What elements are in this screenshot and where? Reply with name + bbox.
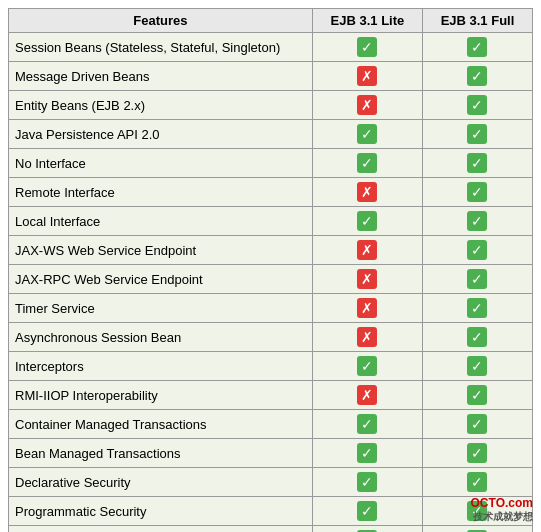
check-yes-icon: ✓ — [467, 182, 487, 202]
table-row: Java Persistence API 2.0✓✓ — [9, 120, 533, 149]
feature-cell: Remote Interface — [9, 178, 313, 207]
lite-check-cell: ✓ — [312, 497, 422, 526]
feature-cell: Programmatic Security — [9, 497, 313, 526]
full-check-cell: ✓ — [422, 91, 532, 120]
lite-check-cell: ✓ — [312, 468, 422, 497]
table-row: RMI-IIOP Interoperability✗✓ — [9, 381, 533, 410]
check-no-icon: ✗ — [357, 240, 377, 260]
check-yes-icon: ✓ — [357, 443, 377, 463]
full-check-cell: ✓ — [422, 468, 532, 497]
lite-check-cell: ✓ — [312, 120, 422, 149]
lite-column-header: EJB 3.1 Lite — [312, 9, 422, 33]
check-yes-icon: ✓ — [357, 153, 377, 173]
check-yes-icon: ✓ — [467, 472, 487, 492]
full-check-cell: ✓ — [422, 352, 532, 381]
check-no-icon: ✗ — [357, 182, 377, 202]
table-row: Message Driven Beans✗✓ — [9, 62, 533, 91]
feature-comparison-table: Features EJB 3.1 Lite EJB 3.1 Full Sessi… — [8, 8, 533, 532]
check-yes-icon: ✓ — [467, 443, 487, 463]
check-no-icon: ✗ — [357, 385, 377, 405]
table-row: JAX-WS Web Service Endpoint✗✓ — [9, 236, 533, 265]
feature-cell: Timer Service — [9, 294, 313, 323]
lite-check-cell: ✗ — [312, 294, 422, 323]
feature-cell: Interceptors — [9, 352, 313, 381]
check-yes-icon: ✓ — [467, 66, 487, 86]
feature-cell: Bean Managed Transactions — [9, 439, 313, 468]
check-yes-icon: ✓ — [357, 414, 377, 434]
lite-check-cell: ✗ — [312, 236, 422, 265]
table-row: Timer Service✗✓ — [9, 294, 533, 323]
check-yes-icon: ✓ — [357, 472, 377, 492]
check-yes-icon: ✓ — [467, 327, 487, 347]
full-check-cell: ✓ — [422, 62, 532, 91]
table-row: Embeddable API✓✓ — [9, 526, 533, 533]
lite-check-cell: ✓ — [312, 410, 422, 439]
feature-cell: Session Beans (Stateless, Stateful, Sing… — [9, 33, 313, 62]
full-check-cell: ✓ — [422, 178, 532, 207]
full-check-cell: ✓ — [422, 149, 532, 178]
check-no-icon: ✗ — [357, 66, 377, 86]
table-row: Asynchronous Session Bean✗✓ — [9, 323, 533, 352]
table-row: JAX-RPC Web Service Endpoint✗✓ — [9, 265, 533, 294]
full-check-cell: ✓ — [422, 120, 532, 149]
feature-cell: Java Persistence API 2.0 — [9, 120, 313, 149]
feature-cell: Local Interface — [9, 207, 313, 236]
check-yes-icon: ✓ — [357, 37, 377, 57]
check-yes-icon: ✓ — [357, 211, 377, 231]
watermark-site: OCTO.com — [471, 496, 533, 510]
feature-cell: Embeddable API — [9, 526, 313, 533]
table-row: Local Interface✓✓ — [9, 207, 533, 236]
lite-check-cell: ✗ — [312, 91, 422, 120]
feature-cell: JAX-WS Web Service Endpoint — [9, 236, 313, 265]
table-row: Session Beans (Stateless, Stateful, Sing… — [9, 33, 533, 62]
check-no-icon: ✗ — [357, 269, 377, 289]
check-yes-icon: ✓ — [467, 153, 487, 173]
lite-check-cell: ✓ — [312, 526, 422, 533]
table-row: Entity Beans (EJB 2.x)✗✓ — [9, 91, 533, 120]
check-no-icon: ✗ — [357, 327, 377, 347]
table-row: Container Managed Transactions✓✓ — [9, 410, 533, 439]
full-column-header: EJB 3.1 Full — [422, 9, 532, 33]
check-yes-icon: ✓ — [357, 356, 377, 376]
lite-check-cell: ✓ — [312, 352, 422, 381]
lite-check-cell: ✓ — [312, 207, 422, 236]
lite-check-cell: ✓ — [312, 439, 422, 468]
full-check-cell: ✓ — [422, 236, 532, 265]
feature-cell: Container Managed Transactions — [9, 410, 313, 439]
table-header-row: Features EJB 3.1 Lite EJB 3.1 Full — [9, 9, 533, 33]
full-check-cell: ✓ — [422, 439, 532, 468]
full-check-cell: ✓ — [422, 207, 532, 236]
comparison-table-wrapper: Features EJB 3.1 Lite EJB 3.1 Full Sessi… — [0, 0, 541, 532]
table-row: Interceptors✓✓ — [9, 352, 533, 381]
feature-cell: No Interface — [9, 149, 313, 178]
check-no-icon: ✗ — [357, 95, 377, 115]
check-yes-icon: ✓ — [357, 501, 377, 521]
check-yes-icon: ✓ — [357, 124, 377, 144]
check-yes-icon: ✓ — [467, 240, 487, 260]
lite-check-cell: ✗ — [312, 265, 422, 294]
lite-check-cell: ✓ — [312, 33, 422, 62]
feature-cell: Entity Beans (EJB 2.x) — [9, 91, 313, 120]
full-check-cell: ✓ — [422, 381, 532, 410]
table-row: No Interface✓✓ — [9, 149, 533, 178]
table-row: Bean Managed Transactions✓✓ — [9, 439, 533, 468]
check-yes-icon: ✓ — [467, 385, 487, 405]
lite-check-cell: ✗ — [312, 62, 422, 91]
table-row: Remote Interface✗✓ — [9, 178, 533, 207]
check-yes-icon: ✓ — [467, 95, 487, 115]
feature-cell: Message Driven Beans — [9, 62, 313, 91]
full-check-cell: ✓ — [422, 526, 532, 533]
watermark: OCTO.com 技术成就梦想 — [471, 496, 533, 524]
check-yes-icon: ✓ — [467, 211, 487, 231]
table-row: Programmatic Security✓✓ — [9, 497, 533, 526]
lite-check-cell: ✗ — [312, 178, 422, 207]
full-check-cell: ✓ — [422, 33, 532, 62]
check-yes-icon: ✓ — [467, 414, 487, 434]
full-check-cell: ✓ — [422, 265, 532, 294]
full-check-cell: ✓ — [422, 410, 532, 439]
check-yes-icon: ✓ — [467, 124, 487, 144]
check-yes-icon: ✓ — [467, 37, 487, 57]
check-yes-icon: ✓ — [467, 356, 487, 376]
lite-check-cell: ✓ — [312, 149, 422, 178]
feature-cell: RMI-IIOP Interoperability — [9, 381, 313, 410]
